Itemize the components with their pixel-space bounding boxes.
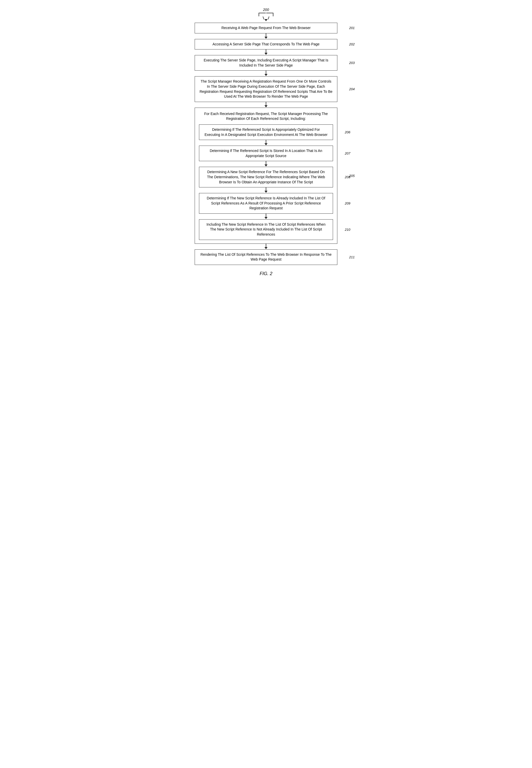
node-201-ref: 201 xyxy=(349,26,355,30)
node-204: The Script Manager Receiving A Registrat… xyxy=(195,76,337,102)
group-header: For Each Received Registration Request, … xyxy=(199,111,333,121)
node-203: Executing The Server Side Page, Includin… xyxy=(195,55,337,71)
figure-label: FIG. 2 xyxy=(260,271,272,276)
node-202-text: Accessing A Server Side Page That Corres… xyxy=(212,42,320,46)
node-202-ref: 202 xyxy=(349,42,355,46)
node-206-ref: 206 xyxy=(345,130,350,134)
node-210-text: Including The New Script Reference In Th… xyxy=(206,222,325,236)
node-211-ref: 211 xyxy=(349,255,355,259)
node-210: Including The New Script Reference In Th… xyxy=(199,219,333,240)
group-205-ref: 205 xyxy=(349,173,355,177)
node-209: Determining If The New Script Reference … xyxy=(199,193,333,214)
node-207-ref: 207 xyxy=(345,151,350,155)
node-210-ref: 210 xyxy=(345,228,350,232)
node-209-text: Determining If The New Script Reference … xyxy=(207,196,325,210)
node-201-text: Receiving A Web Page Request From The We… xyxy=(221,26,311,30)
group-205: For Each Received Registration Request, … xyxy=(195,108,337,244)
node-208-text: Determining A New Script Reference For T… xyxy=(207,170,325,184)
node-203-ref: 203 xyxy=(349,61,355,65)
node-207: Determining If The Referenced Script Is … xyxy=(199,145,333,161)
node-211-text: Rendering The List Of Script References … xyxy=(201,253,331,262)
node-204-ref: 204 xyxy=(349,87,355,91)
node-208: Determining A New Script Reference For T… xyxy=(199,167,333,187)
flowchart: 200 Receiving A Web Page Request From Th… xyxy=(195,8,337,276)
node-209-ref: 209 xyxy=(345,202,350,205)
node-202: Accessing A Server Side Page That Corres… xyxy=(195,39,337,50)
node-206-text: Determining If The Referenced Script Is … xyxy=(205,127,328,137)
diagram-number: 200 xyxy=(259,8,273,12)
node-204-text: The Script Manager Receiving A Registrat… xyxy=(199,79,333,98)
node-207-text: Determining If The Referenced Script Is … xyxy=(210,149,322,158)
node-201: Receiving A Web Page Request From The We… xyxy=(195,23,337,33)
node-211: Rendering The List Of Script References … xyxy=(195,249,337,265)
node-206: Determining If The Referenced Script Is … xyxy=(199,124,333,140)
node-203-text: Executing The Server Side Page, Includin… xyxy=(204,58,328,67)
